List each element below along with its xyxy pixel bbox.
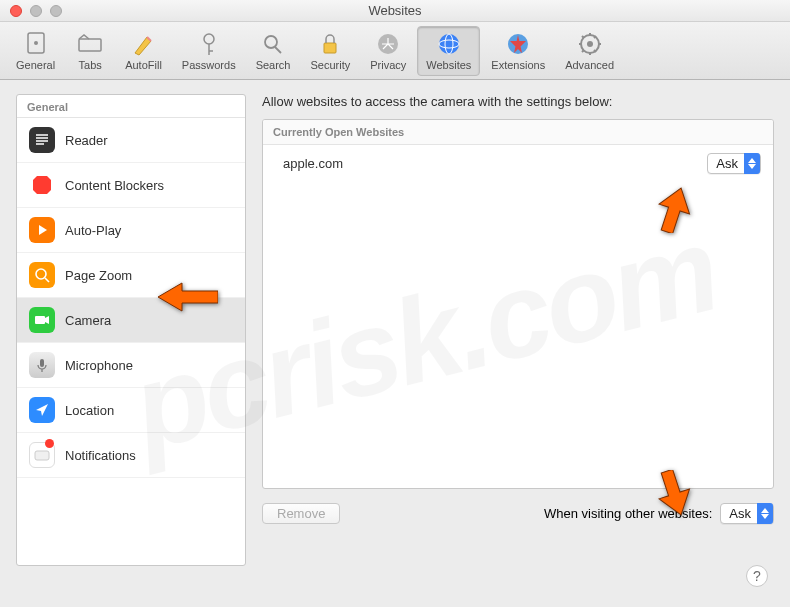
other-websites-group: When visiting other websites: Ask <box>544 503 774 524</box>
svg-marker-24 <box>761 508 769 513</box>
toolbar-tabs[interactable]: Tabs <box>66 26 114 76</box>
toolbar-label: Passwords <box>182 59 236 71</box>
tabs-icon <box>76 31 104 57</box>
main-heading: Allow websites to access the camera with… <box>262 94 774 109</box>
advanced-icon <box>576 31 604 57</box>
sidebar-item-label: Content Blockers <box>65 178 164 193</box>
sidebar: General Reader Content Blockers Auto-Pla… <box>16 94 246 566</box>
content-area: General Reader Content Blockers Auto-Pla… <box>0 80 790 607</box>
svg-marker-22 <box>748 158 756 163</box>
close-window-button[interactable] <box>10 5 22 17</box>
reader-icon <box>29 127 55 153</box>
toolbar-label: Tabs <box>79 59 102 71</box>
svg-point-1 <box>34 41 38 45</box>
extensions-icon <box>504 31 532 57</box>
toolbar-extensions[interactable]: Extensions <box>482 26 554 76</box>
zoom-window-button[interactable] <box>50 5 62 17</box>
other-websites-label: When visiting other websites: <box>544 506 712 521</box>
sidebar-item-label: Auto-Play <box>65 223 121 238</box>
svg-point-4 <box>265 36 277 48</box>
toolbar-label: Search <box>256 59 291 71</box>
sidebar-item-location[interactable]: Location <box>17 388 245 433</box>
notification-badge <box>45 439 54 448</box>
websites-list: Currently Open Websites apple.com Ask <box>262 119 774 489</box>
location-icon <box>29 397 55 423</box>
svg-rect-17 <box>35 316 45 324</box>
websites-icon <box>435 31 463 57</box>
sidebar-item-label: Location <box>65 403 114 418</box>
sidebar-item-content-blockers[interactable]: Content Blockers <box>17 163 245 208</box>
sidebar-item-label: Reader <box>65 133 108 148</box>
svg-marker-14 <box>33 176 51 194</box>
traffic-lights <box>0 5 62 17</box>
privacy-icon <box>374 31 402 57</box>
toolbar-search[interactable]: Search <box>247 26 300 76</box>
page-zoom-icon <box>29 262 55 288</box>
site-row[interactable]: apple.com Ask <box>263 145 773 182</box>
site-permission-select[interactable]: Ask <box>707 153 761 174</box>
help-button[interactable]: ? <box>746 565 768 587</box>
toolbar-label: Advanced <box>565 59 614 71</box>
window-title: Websites <box>0 3 790 18</box>
sidebar-item-label: Page Zoom <box>65 268 132 283</box>
autofill-icon <box>129 31 157 57</box>
toolbar-label: General <box>16 59 55 71</box>
auto-play-icon <box>29 217 55 243</box>
svg-point-7 <box>439 34 459 54</box>
sidebar-header: General <box>17 95 245 118</box>
toolbar-security[interactable]: Security <box>301 26 359 76</box>
toolbar-privacy[interactable]: Privacy <box>361 26 415 76</box>
minimize-window-button[interactable] <box>30 5 42 17</box>
select-arrows-icon <box>757 503 773 524</box>
select-value: Ask <box>729 506 757 521</box>
site-name-cell: apple.com <box>275 156 343 171</box>
toolbar-websites[interactable]: Websites <box>417 26 480 76</box>
select-arrows-icon <box>744 153 760 174</box>
search-icon <box>259 31 287 57</box>
content-blockers-icon <box>29 172 55 198</box>
svg-rect-2 <box>79 39 101 51</box>
sidebar-item-label: Camera <box>65 313 111 328</box>
svg-point-13 <box>587 41 593 47</box>
toolbar-advanced[interactable]: Advanced <box>556 26 623 76</box>
svg-rect-21 <box>35 451 49 460</box>
toolbar-passwords[interactable]: Passwords <box>173 26 245 76</box>
passwords-icon <box>195 31 223 57</box>
security-icon <box>316 31 344 57</box>
sidebar-item-reader[interactable]: Reader <box>17 118 245 163</box>
toolbar-autofill[interactable]: AutoFill <box>116 26 171 76</box>
bottom-bar: Remove When visiting other websites: Ask <box>262 489 774 524</box>
svg-marker-20 <box>36 404 48 416</box>
sidebar-item-label: Microphone <box>65 358 133 373</box>
toolbar-label: Security <box>310 59 350 71</box>
site-name: apple.com <box>283 156 343 171</box>
toolbar-general[interactable]: General <box>7 26 64 76</box>
main-panel: Allow websites to access the camera with… <box>262 94 774 593</box>
svg-marker-15 <box>39 225 47 235</box>
sidebar-item-page-zoom[interactable]: Page Zoom <box>17 253 245 298</box>
window-titlebar: Websites <box>0 0 790 22</box>
other-websites-select[interactable]: Ask <box>720 503 774 524</box>
svg-point-16 <box>36 269 46 279</box>
sidebar-item-auto-play[interactable]: Auto-Play <box>17 208 245 253</box>
sidebar-item-camera[interactable]: Camera <box>17 298 245 343</box>
svg-rect-19 <box>40 359 44 367</box>
sidebar-item-notifications[interactable]: Notifications <box>17 433 245 478</box>
svg-rect-5 <box>324 43 336 53</box>
select-value: Ask <box>716 156 744 171</box>
svg-marker-18 <box>45 316 49 324</box>
toolbar-label: Websites <box>426 59 471 71</box>
sidebar-item-label: Notifications <box>65 448 136 463</box>
general-icon <box>22 31 50 57</box>
camera-icon <box>29 307 55 333</box>
preferences-toolbar: General Tabs AutoFill Passwords Search S… <box>0 22 790 80</box>
toolbar-label: Privacy <box>370 59 406 71</box>
sidebar-item-microphone[interactable]: Microphone <box>17 343 245 388</box>
toolbar-label: AutoFill <box>125 59 162 71</box>
svg-marker-25 <box>761 514 769 519</box>
list-header: Currently Open Websites <box>263 120 773 145</box>
svg-point-3 <box>204 34 214 44</box>
microphone-icon <box>29 352 55 378</box>
remove-button[interactable]: Remove <box>262 503 340 524</box>
toolbar-label: Extensions <box>491 59 545 71</box>
